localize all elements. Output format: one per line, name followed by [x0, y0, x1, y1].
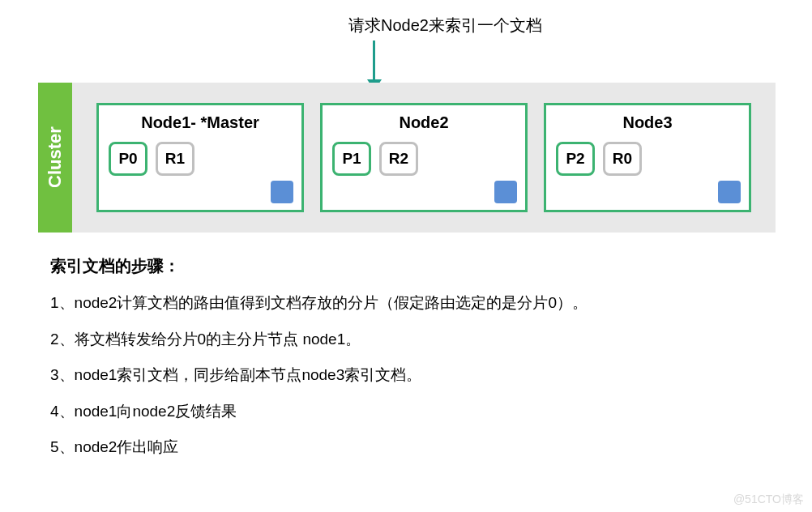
steps-section: 索引文档的步骤： 1、node2计算文档的路由值得到文档存放的分片（假定路由选定…	[50, 255, 763, 472]
cluster-label: Cluster	[38, 83, 72, 233]
cluster-container: Cluster Node1- *Master P0 R1 Node2 P1 R2…	[38, 83, 776, 233]
step-item: 4、node1向node2反馈结果	[50, 400, 763, 424]
request-label: 请求Node2来索引一个文档	[348, 15, 542, 36]
replica-shard: R2	[379, 142, 418, 176]
node-1: Node1- *Master P0 R1	[96, 103, 304, 212]
step-item: 5、node2作出响应	[50, 436, 763, 459]
node-indicator-icon	[718, 181, 741, 203]
node-3: Node3 P2 R0	[544, 103, 751, 212]
primary-shard: P1	[332, 142, 371, 176]
node-2: Node2 P1 R2	[320, 103, 528, 212]
node-title: Node2	[332, 113, 515, 132]
node-title: Node1- *Master	[109, 113, 292, 132]
node-indicator-icon	[494, 181, 517, 203]
node-title: Node3	[556, 113, 739, 132]
replica-shard: R0	[603, 142, 642, 176]
step-item: 3、node1索引文档，同步给副本节点node3索引文档。	[50, 364, 763, 387]
step-item: 1、node2计算文档的路由值得到文档存放的分片（假定路由选定的是分片0）。	[50, 292, 763, 315]
nodes-area: Node1- *Master P0 R1 Node2 P1 R2 Node3 P…	[72, 83, 776, 233]
shards-row: P2 R0	[556, 142, 739, 176]
primary-shard: P0	[109, 142, 147, 176]
step-item: 2、将文档转发给分片0的主分片节点 node1。	[50, 328, 763, 352]
shards-row: P0 R1	[109, 142, 292, 176]
watermark: @51CTO博客	[733, 493, 804, 507]
arrow-down-icon	[373, 41, 375, 81]
steps-title: 索引文档的步骤：	[50, 255, 763, 277]
primary-shard: P2	[556, 142, 595, 176]
replica-shard: R1	[156, 142, 194, 176]
shards-row: P1 R2	[332, 142, 515, 176]
node-indicator-icon	[271, 181, 293, 203]
